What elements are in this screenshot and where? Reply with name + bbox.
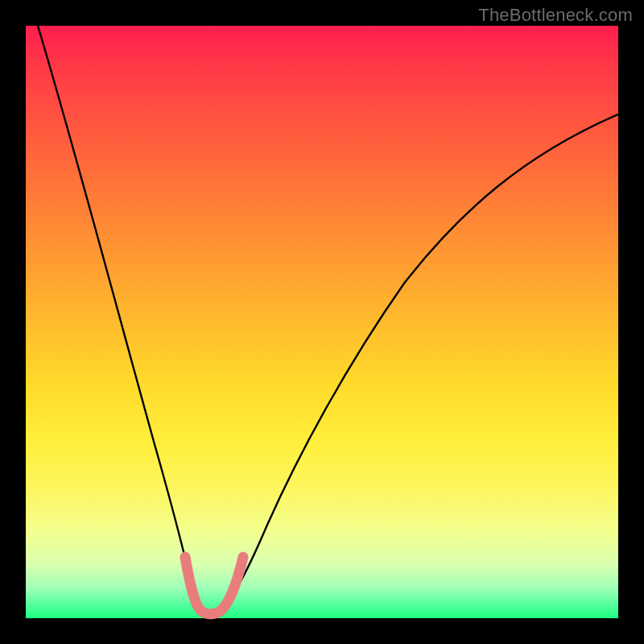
bottleneck-curve: [38, 26, 618, 613]
plot-area: [26, 26, 618, 618]
chart-frame: TheBottleneck.com: [0, 0, 644, 644]
curve-layer: [26, 26, 618, 618]
valley-highlight: [185, 557, 243, 614]
watermark-text: TheBottleneck.com: [478, 5, 633, 26]
